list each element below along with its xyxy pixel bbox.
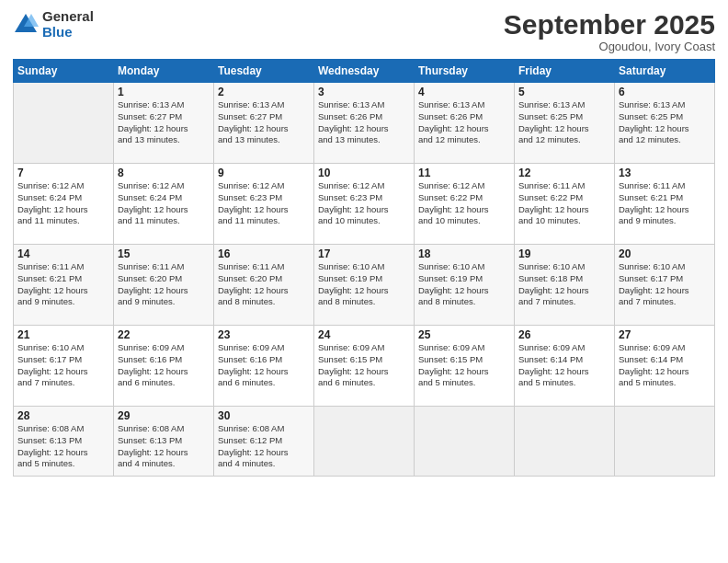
calendar-cell: 12Sunrise: 6:11 AM Sunset: 6:22 PM Dayli…	[515, 164, 615, 245]
day-number: 5	[518, 86, 610, 98]
day-number: 19	[518, 247, 610, 260]
day-info: Sunrise: 6:08 AM Sunset: 6:13 PM Dayligh…	[118, 423, 210, 470]
day-number: 12	[518, 167, 610, 179]
location: Ogoudou, Ivory Coast	[504, 40, 715, 53]
day-info: Sunrise: 6:09 AM Sunset: 6:15 PM Dayligh…	[318, 342, 410, 389]
day-info: Sunrise: 6:13 AM Sunset: 6:26 PM Dayligh…	[318, 99, 410, 146]
calendar-cell: 25Sunrise: 6:09 AM Sunset: 6:15 PM Dayli…	[415, 326, 515, 407]
day-number: 7	[17, 167, 109, 179]
calendar-cell: 3Sunrise: 6:13 AM Sunset: 6:26 PM Daylig…	[314, 83, 415, 164]
calendar: SundayMondayTuesdayWednesdayThursdayFrid…	[13, 59, 715, 477]
day-info: Sunrise: 6:12 AM Sunset: 6:23 PM Dayligh…	[318, 180, 410, 227]
calendar-cell: 29Sunrise: 6:08 AM Sunset: 6:13 PM Dayli…	[114, 407, 214, 477]
calendar-cell: 11Sunrise: 6:12 AM Sunset: 6:22 PM Dayli…	[415, 164, 515, 245]
day-info: Sunrise: 6:11 AM Sunset: 6:22 PM Dayligh…	[518, 180, 610, 227]
calendar-cell: 14Sunrise: 6:11 AM Sunset: 6:21 PM Dayli…	[14, 245, 114, 326]
day-number: 29	[118, 409, 210, 422]
calendar-cell: 5Sunrise: 6:13 AM Sunset: 6:25 PM Daylig…	[515, 83, 615, 164]
header-friday: Friday	[515, 60, 615, 83]
day-info: Sunrise: 6:09 AM Sunset: 6:14 PM Dayligh…	[619, 342, 711, 389]
title-area: September 2025 Ogoudou, Ivory Coast	[504, 9, 715, 53]
day-info: Sunrise: 6:13 AM Sunset: 6:25 PM Dayligh…	[619, 99, 711, 146]
calendar-cell: 18Sunrise: 6:10 AM Sunset: 6:19 PM Dayli…	[415, 245, 515, 326]
calendar-cell: 10Sunrise: 6:12 AM Sunset: 6:23 PM Dayli…	[314, 164, 415, 245]
day-number: 1	[118, 86, 210, 98]
page-header: General Blue September 2025 Ogoudou, Ivo…	[13, 9, 715, 53]
calendar-cell: 15Sunrise: 6:11 AM Sunset: 6:20 PM Dayli…	[114, 245, 214, 326]
logo: General Blue	[13, 9, 94, 40]
day-info: Sunrise: 6:12 AM Sunset: 6:23 PM Dayligh…	[218, 180, 310, 227]
day-info: Sunrise: 6:08 AM Sunset: 6:12 PM Dayligh…	[218, 423, 310, 470]
day-info: Sunrise: 6:10 AM Sunset: 6:18 PM Dayligh…	[518, 261, 610, 308]
day-info: Sunrise: 6:09 AM Sunset: 6:16 PM Dayligh…	[118, 342, 210, 389]
calendar-cell: 1Sunrise: 6:13 AM Sunset: 6:27 PM Daylig…	[114, 83, 214, 164]
day-number: 11	[418, 167, 510, 179]
day-info: Sunrise: 6:13 AM Sunset: 6:27 PM Dayligh…	[118, 99, 210, 146]
day-info: Sunrise: 6:11 AM Sunset: 6:21 PM Dayligh…	[619, 180, 711, 227]
day-info: Sunrise: 6:11 AM Sunset: 6:21 PM Dayligh…	[17, 261, 109, 308]
day-number: 13	[619, 167, 711, 179]
logo-general-text: General	[42, 9, 94, 25]
header-tuesday: Tuesday	[214, 60, 314, 83]
day-number: 17	[318, 247, 410, 260]
calendar-cell: 23Sunrise: 6:09 AM Sunset: 6:16 PM Dayli…	[214, 326, 314, 407]
day-info: Sunrise: 6:09 AM Sunset: 6:16 PM Dayligh…	[218, 342, 310, 389]
calendar-cell	[14, 83, 114, 164]
calendar-week-row: 21Sunrise: 6:10 AM Sunset: 6:17 PM Dayli…	[14, 326, 715, 407]
calendar-cell: 16Sunrise: 6:11 AM Sunset: 6:20 PM Dayli…	[214, 245, 314, 326]
calendar-week-row: 1Sunrise: 6:13 AM Sunset: 6:27 PM Daylig…	[14, 83, 715, 164]
day-number: 25	[418, 328, 510, 341]
day-number: 28	[17, 409, 109, 422]
month-title: September 2025	[504, 9, 715, 40]
day-info: Sunrise: 6:10 AM Sunset: 6:19 PM Dayligh…	[318, 261, 410, 308]
calendar-cell: 17Sunrise: 6:10 AM Sunset: 6:19 PM Dayli…	[314, 245, 415, 326]
day-info: Sunrise: 6:08 AM Sunset: 6:13 PM Dayligh…	[17, 423, 109, 470]
day-info: Sunrise: 6:12 AM Sunset: 6:24 PM Dayligh…	[118, 180, 210, 227]
calendar-cell: 4Sunrise: 6:13 AM Sunset: 6:26 PM Daylig…	[415, 83, 515, 164]
day-info: Sunrise: 6:10 AM Sunset: 6:19 PM Dayligh…	[418, 261, 510, 308]
calendar-cell: 2Sunrise: 6:13 AM Sunset: 6:27 PM Daylig…	[214, 83, 314, 164]
day-info: Sunrise: 6:13 AM Sunset: 6:25 PM Dayligh…	[518, 99, 610, 146]
day-info: Sunrise: 6:11 AM Sunset: 6:20 PM Dayligh…	[218, 261, 310, 308]
calendar-cell: 9Sunrise: 6:12 AM Sunset: 6:23 PM Daylig…	[214, 164, 314, 245]
calendar-cell: 21Sunrise: 6:10 AM Sunset: 6:17 PM Dayli…	[14, 326, 114, 407]
day-info: Sunrise: 6:10 AM Sunset: 6:17 PM Dayligh…	[619, 261, 711, 308]
day-number: 8	[118, 167, 210, 179]
calendar-cell: 22Sunrise: 6:09 AM Sunset: 6:16 PM Dayli…	[114, 326, 214, 407]
calendar-cell: 6Sunrise: 6:13 AM Sunset: 6:25 PM Daylig…	[615, 83, 715, 164]
calendar-cell: 8Sunrise: 6:12 AM Sunset: 6:24 PM Daylig…	[114, 164, 214, 245]
day-number: 20	[619, 247, 711, 260]
day-number: 10	[318, 167, 410, 179]
calendar-cell: 27Sunrise: 6:09 AM Sunset: 6:14 PM Dayli…	[615, 326, 715, 407]
day-info: Sunrise: 6:13 AM Sunset: 6:27 PM Dayligh…	[218, 99, 310, 146]
day-info: Sunrise: 6:13 AM Sunset: 6:26 PM Dayligh…	[418, 99, 510, 146]
calendar-cell: 7Sunrise: 6:12 AM Sunset: 6:24 PM Daylig…	[14, 164, 114, 245]
calendar-cell: 30Sunrise: 6:08 AM Sunset: 6:12 PM Dayli…	[214, 407, 314, 477]
calendar-cell: 13Sunrise: 6:11 AM Sunset: 6:21 PM Dayli…	[615, 164, 715, 245]
day-number: 16	[218, 247, 310, 260]
calendar-cell	[314, 407, 415, 477]
day-number: 9	[218, 167, 310, 179]
logo-icon	[13, 12, 39, 38]
header-sunday: Sunday	[14, 60, 114, 83]
day-number: 2	[218, 86, 310, 98]
day-info: Sunrise: 6:10 AM Sunset: 6:17 PM Dayligh…	[17, 342, 109, 389]
calendar-week-row: 28Sunrise: 6:08 AM Sunset: 6:13 PM Dayli…	[14, 407, 715, 477]
calendar-cell: 19Sunrise: 6:10 AM Sunset: 6:18 PM Dayli…	[515, 245, 615, 326]
calendar-cell: 24Sunrise: 6:09 AM Sunset: 6:15 PM Dayli…	[314, 326, 415, 407]
day-number: 21	[17, 328, 109, 341]
calendar-cell	[515, 407, 615, 477]
header-monday: Monday	[114, 60, 214, 83]
calendar-header-row: SundayMondayTuesdayWednesdayThursdayFrid…	[14, 60, 715, 83]
calendar-cell	[615, 407, 715, 477]
header-saturday: Saturday	[615, 60, 715, 83]
day-number: 22	[118, 328, 210, 341]
day-info: Sunrise: 6:11 AM Sunset: 6:20 PM Dayligh…	[118, 261, 210, 308]
day-info: Sunrise: 6:09 AM Sunset: 6:15 PM Dayligh…	[418, 342, 510, 389]
day-number: 4	[418, 86, 510, 98]
day-info: Sunrise: 6:12 AM Sunset: 6:22 PM Dayligh…	[418, 180, 510, 227]
calendar-cell: 20Sunrise: 6:10 AM Sunset: 6:17 PM Dayli…	[615, 245, 715, 326]
calendar-cell	[415, 407, 515, 477]
day-number: 27	[619, 328, 711, 341]
day-number: 18	[418, 247, 510, 260]
